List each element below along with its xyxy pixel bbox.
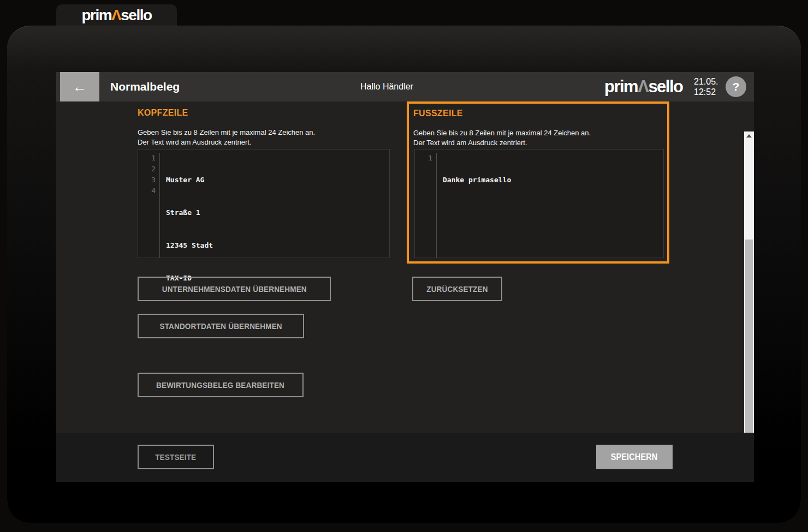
fusszeile-section-title: FUSSZEILE (413, 109, 463, 118)
editor-line: Muster AG (166, 175, 213, 186)
speichern-button[interactable]: SPEICHERN (596, 445, 673, 469)
page-title: Normalbeleg (110, 72, 180, 101)
logo-text-suffix: sello (121, 7, 151, 23)
button-label: SPEICHERN (611, 452, 658, 462)
header-bar: ← Normalbeleg Hallo Händler primΛsello 2… (56, 72, 754, 101)
back-button[interactable]: ← (60, 72, 99, 101)
editor-line: Danke primasello (443, 175, 511, 186)
back-arrow-icon: ← (73, 79, 87, 95)
logo-lambda-icon: Λ (638, 77, 648, 97)
kopfzeile-section-title: KOPFZEILE (138, 108, 188, 118)
primasello-logo: primΛsello (81, 7, 151, 24)
editor-line: Straße 1 (166, 207, 213, 218)
fusszeile-help-text: Geben Sie bis zu 8 Zeilen mit je maximal… (413, 128, 591, 148)
kopfzeile-editor-text[interactable]: Muster AG Straße 1 12345 Stadt TAX-ID (160, 153, 213, 258)
line-number: 1 (138, 153, 156, 164)
content-area: KOPFZEILE Geben Sie bis zu 8 Zeilen mit … (56, 101, 754, 433)
button-label: STANDORTDATEN ÜBERNEHMEN (159, 321, 282, 331)
editor-line: 12345 Stadt (166, 240, 213, 251)
logo-lambda-icon: Λ (111, 7, 121, 23)
help-line: Geben Sie bis zu 8 Zeilen mit je maximal… (413, 128, 591, 138)
greeting-text: Hallo Händler (360, 72, 413, 101)
footer-bar: TESTSEITE SPEICHERN (56, 433, 754, 482)
logo-text-prefix: prim (81, 7, 111, 23)
help-button[interactable]: ? (726, 76, 746, 97)
datetime-display: 21.05. 12:52 (694, 76, 718, 97)
kopfzeile-help-text: Geben Sie bis zu 8 Zeilen mit je maximal… (138, 128, 315, 147)
primasello-header-logo: primΛsello (604, 72, 683, 101)
line-number: 4 (138, 186, 156, 196)
line-number: 3 (138, 175, 156, 186)
kopfzeile-editor[interactable]: 1 2 3 4 Muster AG Straße 1 12345 Stadt T… (138, 149, 390, 258)
line-number-gutter: 1 (415, 153, 437, 258)
arrow-up-icon (746, 134, 752, 138)
fusszeile-highlight-box: FUSSZEILE Geben Sie bis zu 8 Zeilen mit … (407, 101, 669, 264)
button-label: TESTSEITE (155, 452, 196, 462)
bewirtungsbeleg-bearbeiten-button[interactable]: BEWIRTUNGSBELEG BEARBEITEN (138, 373, 304, 397)
help-line: Der Text wird am Ausdruck zentriert. (138, 138, 315, 147)
scroll-up-button[interactable] (744, 131, 754, 140)
unternehmensdaten-uebernehmen-button[interactable]: UNTERNEHMENSDATEN ÜBERNEHMEN (138, 277, 331, 301)
standortdaten-uebernehmen-button[interactable]: STANDORTDATEN ÜBERNEHMEN (138, 314, 304, 338)
zuruecksetzen-button[interactable]: ZURÜCKSETZEN (412, 277, 502, 301)
logo-text-prefix: prim (604, 77, 638, 97)
line-number: 1 (415, 153, 432, 164)
button-label: UNTERNEHMENSDATEN ÜBERNEHMEN (162, 284, 306, 294)
line-number: 2 (138, 164, 156, 175)
fusszeile-editor[interactable]: 1 Danke primasello (414, 149, 664, 258)
fusszeile-editor-text[interactable]: Danke primasello (437, 153, 511, 258)
testseite-button[interactable]: TESTSEITE (138, 445, 214, 469)
app-window: ← Normalbeleg Hallo Händler primΛsello 2… (56, 72, 754, 482)
button-label: BEWIRTUNGSBELEG BEARBEITEN (157, 380, 285, 390)
logo-text-suffix: sello (648, 77, 682, 97)
help-line: Der Text wird am Ausdruck zentriert. (413, 138, 591, 148)
time-text: 12:52 (694, 87, 718, 97)
vertical-scrollbar[interactable] (744, 131, 754, 462)
button-label: ZURÜCKSETZEN (426, 284, 488, 294)
browser-tab[interactable]: primΛsello (56, 4, 177, 26)
line-number-gutter: 1 2 3 4 (138, 153, 160, 258)
question-mark-icon: ? (733, 80, 740, 93)
help-line: Geben Sie bis zu 8 Zeilen mit je maximal… (138, 128, 315, 138)
scrollbar-thumb[interactable] (745, 240, 753, 444)
date-text: 21.05. (694, 76, 718, 87)
